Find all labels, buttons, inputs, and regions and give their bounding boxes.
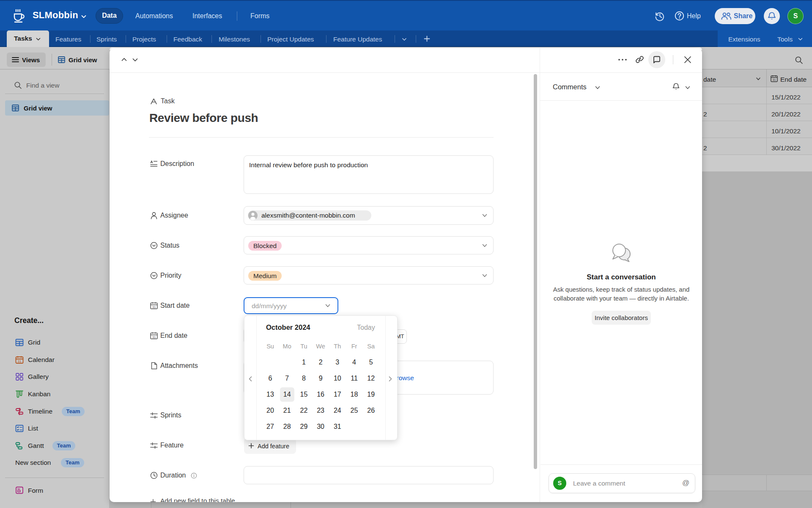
svg-text:31: 31 — [773, 78, 776, 81]
svg-text:31: 31 — [152, 305, 156, 309]
svg-text:31: 31 — [18, 359, 22, 363]
svg-text:31: 31 — [152, 335, 156, 339]
